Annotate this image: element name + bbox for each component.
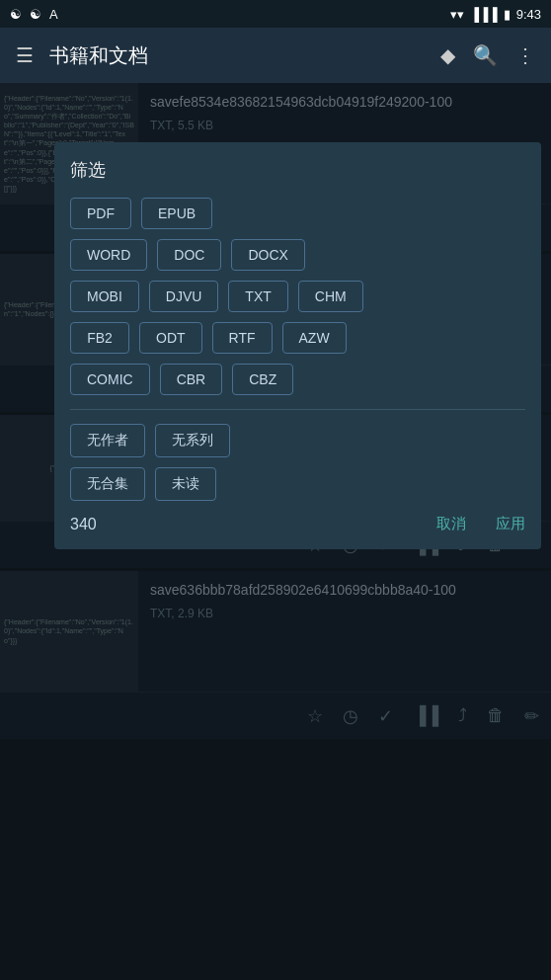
- app-bar: ☰ 书籍和文档 ◆ 🔍 ⋮: [0, 28, 551, 83]
- filter-chip-cbz[interactable]: CBZ: [232, 364, 293, 395]
- filter-chip-comic[interactable]: COMIC: [70, 364, 150, 395]
- filter-row-4: FB2 ODT RTF AZW: [70, 322, 525, 354]
- status-left-icons: ☯ ☯ A: [10, 7, 58, 22]
- filter-extra-row-2: 无合集 未读: [70, 467, 525, 501]
- status-icon-2: ☯: [30, 7, 41, 22]
- filter-chip-doc[interactable]: DOC: [157, 239, 221, 271]
- filter-chip-word[interactable]: WORD: [70, 239, 147, 271]
- status-time: 9:43: [516, 7, 541, 22]
- filter-chip-unread[interactable]: 未读: [155, 467, 216, 501]
- filter-action-buttons: 取消 应用: [436, 515, 525, 533]
- filter-count: 340: [70, 516, 97, 533]
- status-icon-3: A: [49, 7, 58, 22]
- filter-footer: 340 取消 应用: [70, 515, 525, 533]
- more-icon[interactable]: ⋮: [515, 43, 535, 67]
- filter-chip-docx[interactable]: DOCX: [231, 239, 304, 271]
- filter-chip-azw[interactable]: AZW: [282, 322, 347, 354]
- app-title: 书籍和文档: [49, 42, 425, 69]
- filter-apply-button[interactable]: 应用: [496, 515, 525, 533]
- filter-chip-pdf[interactable]: PDF: [70, 198, 131, 229]
- filter-extra-row-1: 无作者 无系列: [70, 424, 525, 457]
- signal-icon: ▐▐▐: [470, 7, 498, 22]
- filter-title: 筛选: [70, 158, 525, 182]
- menu-icon[interactable]: ☰: [16, 43, 34, 67]
- filter-row-2: WORD DOC DOCX: [70, 239, 525, 271]
- battery-icon: ▮: [504, 7, 511, 22]
- filter-chip-txt[interactable]: TXT: [228, 281, 287, 312]
- app-bar-actions: ◆ 🔍 ⋮: [440, 43, 535, 67]
- filter-row-5: COMIC CBR CBZ: [70, 364, 525, 395]
- filter-chip-rtf[interactable]: RTF: [212, 322, 273, 354]
- filter-chip-no-series[interactable]: 无系列: [155, 424, 230, 457]
- filter-chip-epub[interactable]: EPUB: [141, 198, 212, 229]
- wifi-icon: ▾▾: [450, 7, 464, 22]
- filter-chip-djvu[interactable]: DJVU: [149, 281, 219, 312]
- filter-chip-no-author[interactable]: 无作者: [70, 424, 145, 457]
- filter-chip-fb2[interactable]: FB2: [70, 322, 129, 354]
- status-right-icons: ▾▾ ▐▐▐ ▮ 9:43: [450, 7, 541, 22]
- filter-row-1: PDF EPUB: [70, 198, 525, 229]
- filter-chip-chm[interactable]: CHM: [298, 281, 363, 312]
- filter-chip-no-collection[interactable]: 无合集: [70, 467, 145, 501]
- content-area: {"Header":{"Filename":"No","Version":"1(…: [0, 83, 551, 980]
- filter-chip-cbr[interactable]: CBR: [160, 364, 223, 395]
- filter-chip-odt[interactable]: ODT: [139, 322, 202, 354]
- diamond-icon[interactable]: ◆: [440, 43, 455, 67]
- filter-dialog: 筛选 PDF EPUB WORD DOC DOCX MOBI DJVU TXT …: [54, 142, 541, 549]
- filter-row-3: MOBI DJVU TXT CHM: [70, 281, 525, 312]
- filter-chip-mobi[interactable]: MOBI: [70, 281, 139, 312]
- filter-divider: [70, 409, 525, 410]
- search-icon[interactable]: 🔍: [473, 43, 498, 67]
- filter-cancel-button[interactable]: 取消: [436, 515, 466, 533]
- status-bar: ☯ ☯ A ▾▾ ▐▐▐ ▮ 9:43: [0, 0, 551, 28]
- status-icon-1: ☯: [10, 7, 22, 22]
